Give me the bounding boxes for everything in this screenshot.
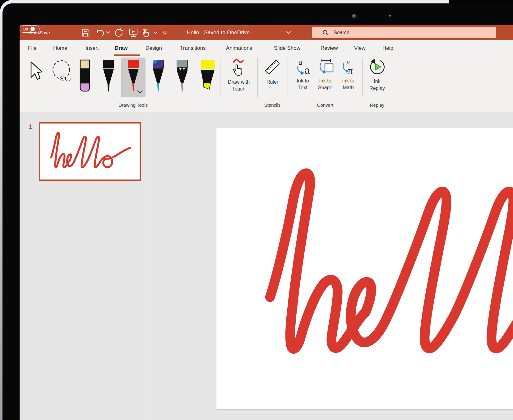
ruler-icon — [263, 58, 281, 76]
select-tool-button[interactable] — [27, 61, 43, 83]
slide-number: 1 — [29, 123, 32, 130]
ink-replay-label-line1: Ink — [369, 78, 385, 85]
draw-with-touch-button[interactable]: Draw with Touch — [228, 58, 250, 92]
chevron-down-icon — [154, 31, 157, 34]
ink-to-shape-button[interactable]: Ink to Shape — [317, 58, 334, 91]
ink-to-math-label-line2: Math — [342, 84, 354, 91]
slide-thumbnail-ink — [41, 124, 139, 180]
ink-to-math-button[interactable]: π π Ink to Math — [340, 58, 356, 91]
red-pen-tool-button[interactable] — [121, 58, 146, 97]
ink-stroke-hello — [51, 133, 130, 168]
svg-text:a: a — [304, 65, 310, 75]
cursor-arrow-icon — [27, 61, 43, 82]
red-pen-icon — [127, 59, 140, 94]
lasso-icon — [51, 60, 73, 83]
autosave-label: AutoSave — [29, 25, 50, 40]
tab-file[interactable]: File — [28, 40, 36, 56]
undo-menu-chevron[interactable] — [105, 25, 111, 40]
draw-with-touch-label-line2: Touch — [228, 86, 250, 92]
touch-mode-menu-chevron[interactable] — [153, 25, 158, 40]
tab-help[interactable]: Help — [382, 40, 393, 56]
redo-button[interactable] — [113, 25, 124, 40]
presentation-play-icon — [129, 28, 138, 38]
black-pen-icon — [102, 59, 115, 94]
pencil-tool-button[interactable] — [176, 59, 188, 96]
ink-to-shape-label-line1: Ink to — [318, 77, 332, 84]
touch-hand-icon — [141, 28, 151, 38]
ruler-label: Ruler — [266, 79, 278, 86]
eraser-tool-button[interactable] — [79, 59, 90, 94]
undo-button[interactable] — [95, 25, 105, 40]
svg-text:a: a — [298, 58, 303, 67]
ink-to-math-icon: π π — [340, 58, 356, 75]
group-label-stencils: Stencils — [264, 102, 281, 108]
pen-options-chevron-icon[interactable] — [137, 90, 143, 94]
ink-to-text-button[interactable]: a a Ink to Text — [295, 58, 311, 91]
touch-mouse-mode-button[interactable] — [141, 25, 152, 40]
ink-to-shape-icon — [317, 58, 334, 75]
document-title[interactable]: Hello - Saved to OneDrive — [187, 25, 250, 40]
device-bezel: AutoSave On — [2, 3, 513, 420]
redo-icon — [114, 28, 123, 37]
undo-icon — [95, 28, 105, 37]
draw-with-touch-icon — [231, 58, 247, 76]
highlighter-icon — [200, 59, 215, 93]
group-label-replay: Replay — [370, 102, 385, 108]
tab-review[interactable]: Review — [321, 40, 338, 56]
chevron-down-icon — [106, 31, 110, 34]
tab-view[interactable]: View — [354, 40, 366, 56]
ink-replay-label-line2: Replay — [369, 85, 385, 92]
app-window: AutoSave On — [20, 25, 513, 420]
lasso-select-tool-button[interactable] — [51, 60, 73, 84]
start-slideshow-button[interactable] — [128, 25, 138, 40]
overflow-chevron-icon — [162, 30, 167, 35]
search-box[interactable] — [312, 27, 496, 38]
group-label-drawing-tools: Drawing Tools — [118, 102, 148, 108]
ink-replay-button[interactable]: Ink Replay — [368, 58, 386, 92]
title-dropdown-chevron[interactable] — [285, 25, 292, 40]
autosave-toggle-state: On — [23, 27, 28, 31]
ruler-button[interactable]: Ruler — [263, 58, 281, 86]
tab-slide-show[interactable]: Slide Show — [274, 40, 300, 56]
group-label-convert: Convert — [317, 102, 334, 108]
ink-to-text-icon: a a — [295, 58, 311, 75]
draw-with-touch-label-line1: Draw with — [228, 79, 250, 86]
tab-design[interactable]: Design — [146, 40, 162, 56]
camera-sensor-icon — [389, 15, 391, 17]
tab-draw[interactable]: Draw — [115, 40, 128, 56]
ink-to-shape-label-line2: Shape — [318, 84, 332, 91]
chevron-down-icon — [286, 31, 291, 34]
customize-quick-access-toolbar-button[interactable] — [161, 25, 169, 40]
tab-transitions[interactable]: Transitions — [180, 40, 206, 56]
yellow-highlighter-tool-button[interactable] — [200, 59, 215, 94]
active-tab-indicator — [114, 54, 140, 56]
group-divider — [388, 58, 388, 97]
svg-text:π: π — [346, 58, 350, 66]
group-divider — [362, 58, 363, 97]
search-input[interactable] — [333, 30, 483, 36]
thumbnail-panel-divider[interactable] — [151, 112, 151, 420]
group-divider — [220, 58, 220, 97]
tab-insert[interactable]: Insert — [86, 40, 99, 56]
camera-icon — [352, 14, 357, 19]
ribbon-draw: Draw with Touch Ruler — [20, 56, 513, 112]
group-divider — [288, 58, 288, 97]
workspace: 1 — [20, 112, 513, 420]
black-pen-tool-button[interactable] — [102, 59, 115, 96]
slide-editing-area[interactable] — [216, 128, 513, 410]
galaxy-pen-tool-button[interactable] — [152, 59, 164, 96]
powerpoint-on-device: AutoSave On — [0, 0, 513, 420]
svg-text:π: π — [348, 65, 353, 75]
slide-thumbnail-1[interactable] — [39, 122, 141, 181]
ink-to-text-label-line2: Text — [297, 84, 309, 91]
tab-home[interactable]: Home — [53, 40, 67, 56]
ink-to-math-label-line1: Ink to — [342, 77, 354, 84]
galaxy-pen-icon — [152, 59, 164, 94]
eraser-icon — [79, 59, 90, 92]
save-button[interactable] — [80, 25, 91, 40]
tab-animations[interactable]: Animations — [226, 40, 252, 56]
save-icon — [81, 28, 90, 37]
title-bar: AutoSave On — [20, 25, 513, 40]
ink-replay-icon — [368, 58, 386, 76]
slide-ink-drawing — [216, 128, 513, 410]
